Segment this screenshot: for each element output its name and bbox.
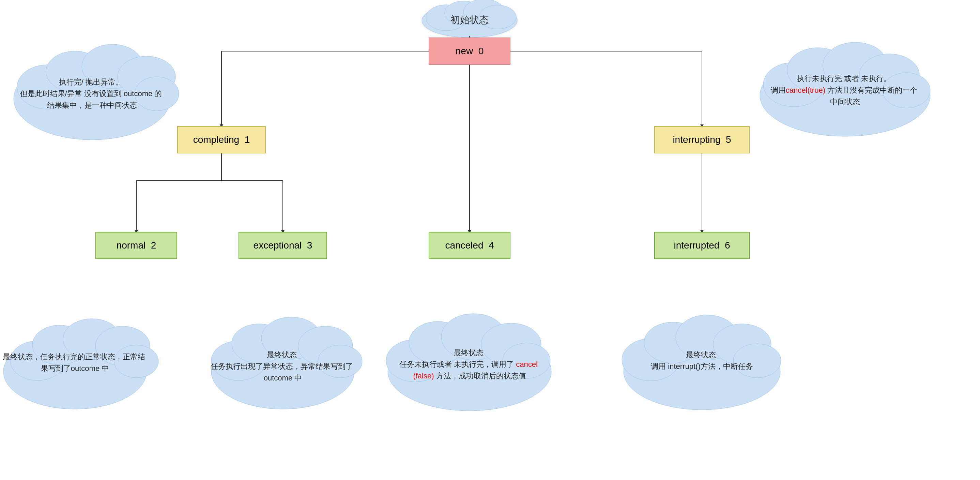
svg-point-6 — [17, 65, 78, 109]
svg-point-13 — [787, 48, 848, 92]
svg-point-27 — [298, 326, 353, 366]
canceled-cloud — [386, 314, 551, 411]
canceled-state-box: canceled 4 — [429, 232, 511, 259]
new-label: new — [456, 46, 473, 57]
exceptional-num: 3 — [307, 240, 312, 251]
normal-num: 2 — [151, 240, 156, 251]
svg-point-31 — [409, 322, 467, 364]
exceptional-cloud — [211, 317, 362, 409]
svg-point-20 — [63, 319, 121, 360]
completing-cloud — [14, 44, 179, 140]
new-state-box: new 0 — [429, 38, 511, 65]
svg-point-25 — [232, 324, 286, 364]
interrupted-label: interrupted — [674, 240, 719, 251]
svg-point-4 — [479, 5, 516, 29]
svg-point-33 — [481, 323, 541, 365]
svg-point-38 — [676, 315, 738, 360]
svg-point-17 — [3, 334, 146, 409]
svg-point-36 — [622, 338, 680, 381]
svg-point-32 — [441, 314, 506, 360]
svg-point-1 — [426, 5, 467, 31]
completing-label: completing — [193, 134, 239, 145]
svg-point-40 — [733, 344, 781, 378]
completing-state-box: completing 1 — [177, 126, 266, 153]
canceled-num: 4 — [488, 240, 494, 251]
interrupted-num: 6 — [725, 240, 730, 251]
svg-point-22 — [114, 345, 158, 378]
svg-point-30 — [386, 340, 444, 382]
svg-point-29 — [388, 332, 551, 411]
interrupted-cloud-text: 最终状态 调用 interrupt()方法，中断任务 — [651, 351, 753, 371]
canceled-cloud-text: 最终状态 任务未执行或者 未执行完，调用了 cancel (false) 方法，… — [399, 348, 540, 380]
svg-point-34 — [503, 343, 550, 378]
svg-point-10 — [135, 77, 179, 111]
canceled-label: canceled — [445, 240, 483, 251]
initial-state-label: 初始状态 — [450, 15, 488, 25]
svg-point-39 — [713, 324, 771, 365]
svg-point-7 — [46, 51, 104, 92]
normal-label: normal — [116, 240, 146, 251]
svg-point-8 — [82, 44, 143, 89]
exceptional-state-box: exceptional 3 — [239, 232, 327, 259]
interrupting-num: 5 — [726, 134, 731, 145]
svg-point-35 — [624, 333, 780, 410]
new-num: 0 — [479, 46, 484, 57]
svg-point-2 — [445, 1, 482, 25]
svg-point-15 — [859, 54, 920, 96]
interrupted-cloud — [622, 315, 781, 410]
interrupting-cloud — [760, 42, 930, 136]
diagram-container: 初始状态 执行完/ 抛出异常。 但是此时结果/异常 没有设置到 outcome … — [0, 0, 980, 480]
exceptional-cloud-text: 最终状态 任务执行出现了异常状态，异常结果写到了 outcome 中 — [210, 351, 355, 382]
exceptional-label: exceptional — [253, 240, 302, 251]
normal-cloud-text: 最终状态，任务执行完的正常状态，正常结 果写到了outcome 中 — [3, 352, 147, 373]
normal-state-box: normal 2 — [95, 232, 177, 259]
initial-state-cloud — [422, 0, 517, 38]
completing-num: 1 — [245, 134, 250, 145]
svg-point-23 — [211, 334, 355, 409]
svg-point-18 — [10, 341, 65, 380]
svg-point-5 — [14, 58, 170, 140]
interrupting-state-box: interrupting 5 — [654, 126, 750, 153]
svg-point-19 — [32, 325, 87, 365]
svg-point-12 — [763, 62, 825, 107]
svg-point-11 — [760, 54, 930, 136]
svg-point-26 — [261, 317, 321, 359]
svg-point-16 — [883, 73, 930, 108]
svg-point-28 — [318, 345, 362, 378]
completing-cloud-text: 执行完/ 抛出异常。 但是此时结果/异常 没有设置到 outcome 的 结果集… — [20, 78, 164, 109]
svg-point-14 — [823, 42, 888, 89]
svg-point-24 — [211, 341, 266, 380]
svg-point-9 — [118, 56, 175, 97]
interrupting-label: interrupting — [673, 134, 720, 145]
svg-point-21 — [95, 326, 150, 366]
normal-cloud — [3, 319, 158, 409]
svg-point-0 — [422, 3, 517, 38]
svg-point-3 — [463, 0, 504, 25]
interrupting-cloud-text: 执行未执行完 或者 未执行。 调用cancel(true) 方法且没有完成中断的… — [771, 74, 920, 106]
interrupted-state-box: interrupted 6 — [654, 232, 750, 259]
svg-point-37 — [644, 322, 702, 363]
